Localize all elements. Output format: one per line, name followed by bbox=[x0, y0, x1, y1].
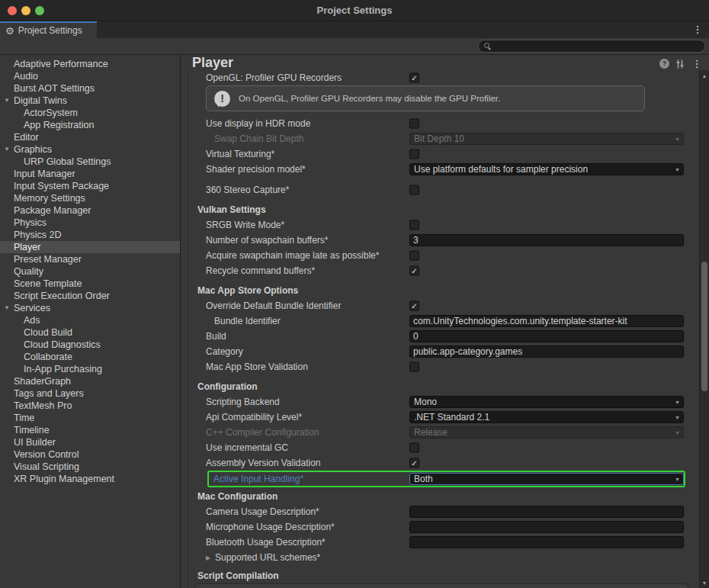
sidebar-item-player[interactable]: Player bbox=[0, 241, 180, 253]
sidebar-item-ui-builder[interactable]: UI Builder bbox=[0, 436, 180, 448]
sidebar-item-preset-manager[interactable]: Preset Manager bbox=[0, 253, 180, 265]
text-field[interactable] bbox=[409, 506, 684, 518]
kebab-menu-icon[interactable]: ⋮ bbox=[691, 22, 704, 37]
chevron-down-icon: ▼ bbox=[675, 397, 680, 407]
presets-icon[interactable] bbox=[675, 59, 685, 69]
scroll-down-arrow-icon[interactable]: ▼ bbox=[700, 580, 709, 586]
setting-row-shader-precision-model: Shader precision model*Use platform defa… bbox=[181, 162, 699, 177]
sidebar-item-tags-and-layers[interactable]: Tags and Layers bbox=[0, 387, 180, 400]
setting-label: Camera Usage Description* bbox=[206, 506, 319, 517]
project-settings-window: Project Settings ⚙ Project Settings ⋮ Ad… bbox=[0, 0, 709, 588]
dropdown[interactable]: Both▼ bbox=[409, 473, 684, 485]
sidebar-item-memory-settings[interactable]: Memory Settings bbox=[0, 192, 180, 204]
dropdown: Release▼ bbox=[409, 426, 684, 439]
checkbox-checked[interactable]: ✓ bbox=[409, 458, 419, 468]
sidebar-item-digital-twins[interactable]: ▼Digital Twins bbox=[0, 95, 180, 107]
sidebar-item-app-registration[interactable]: App Registration bbox=[0, 119, 180, 131]
scrollbar-thumb[interactable] bbox=[701, 262, 707, 391]
setting-row-active-input-handling: Active Input Handling*Both▼ bbox=[181, 471, 699, 487]
sidebar-item-textmesh-pro[interactable]: TextMesh Pro bbox=[0, 400, 180, 412]
setting-label: Override Default Bundle Identifier bbox=[206, 300, 341, 311]
chevron-right-icon[interactable]: ▶ bbox=[206, 554, 210, 561]
sidebar-item-label: Preset Manager bbox=[0, 253, 180, 265]
section-header-label: Script Compilation bbox=[197, 570, 279, 581]
checkbox-unchecked[interactable] bbox=[409, 251, 419, 261]
checkbox-unchecked[interactable] bbox=[409, 119, 419, 129]
setting-label: Recycle command buffers* bbox=[206, 265, 315, 276]
dropdown[interactable]: Use platform defaults for sampler precis… bbox=[409, 163, 684, 175]
dropdown[interactable]: Mono▼ bbox=[409, 396, 684, 408]
sidebar-item-adaptive-performance[interactable]: Adaptive Performance bbox=[0, 58, 180, 70]
dropdown-value: Use platform defaults for sampler precis… bbox=[414, 164, 588, 175]
sidebar-item-editor[interactable]: Editor bbox=[0, 131, 180, 143]
text-field[interactable]: public.app-category.games bbox=[409, 345, 684, 358]
setting-label: Use incremental GC bbox=[206, 442, 288, 453]
sidebar-item-ads[interactable]: Ads bbox=[0, 314, 180, 326]
kebab-menu-icon[interactable]: ⋮ bbox=[691, 59, 702, 69]
search-field[interactable] bbox=[478, 40, 705, 53]
checkbox-unchecked[interactable] bbox=[409, 149, 419, 159]
setting-row-use-display-in-hdr-mode: Use display in HDR mode bbox=[181, 116, 699, 131]
warning-bubble-icon: ! bbox=[214, 91, 230, 107]
sidebar-item-timeline[interactable]: Timeline bbox=[0, 424, 180, 436]
setting-label: Bundle Identifier bbox=[214, 316, 281, 326]
setting-row-supported-url-schemes: ▶Supported URL schemes* bbox=[181, 550, 699, 565]
sidebar-item-cloud-diagnostics[interactable]: Cloud Diagnostics bbox=[0, 339, 180, 351]
text-field[interactable]: 3 bbox=[409, 234, 684, 246]
dropdown[interactable]: .NET Standard 2.1▼ bbox=[409, 411, 684, 423]
setting-row-build: Build0 bbox=[181, 329, 699, 344]
sidebar-item-label: ShaderGraph bbox=[0, 375, 180, 387]
sidebar-item-shadergraph[interactable]: ShaderGraph bbox=[0, 375, 180, 387]
vertical-scrollbar[interactable]: ▲ ▼ bbox=[699, 70, 709, 588]
sidebar-item-actorsystem[interactable]: ActorSystem bbox=[0, 107, 180, 119]
sidebar-item-label: Collaborate bbox=[0, 351, 180, 363]
help-icon[interactable]: ? bbox=[659, 59, 669, 69]
sidebar-item-services[interactable]: ▼Services bbox=[0, 302, 180, 314]
window-title: Project Settings bbox=[0, 0, 709, 21]
text-field[interactable]: com.UnityTechnologies.com.unity.template… bbox=[409, 315, 684, 327]
checkbox-checked[interactable]: ✓ bbox=[409, 73, 419, 83]
sidebar-item-graphics[interactable]: ▼Graphics bbox=[0, 143, 180, 156]
text-field[interactable]: 0 bbox=[409, 330, 684, 342]
scroll-up-arrow-icon[interactable]: ▲ bbox=[700, 73, 709, 79]
checkbox-unchecked[interactable] bbox=[409, 185, 419, 195]
sidebar-item-visual-scripting[interactable]: Visual Scripting bbox=[0, 461, 180, 473]
sidebar-item-script-execution-order[interactable]: Script Execution Order bbox=[0, 290, 180, 302]
sidebar-item-in-app-purchasing[interactable]: In-App Purchasing bbox=[0, 363, 180, 375]
checkbox-unchecked[interactable] bbox=[409, 362, 419, 372]
setting-row-assembly-version-validation: Assembly Version Validation✓ bbox=[181, 455, 699, 471]
chevron-down-icon[interactable]: ▼ bbox=[2, 143, 11, 156]
sidebar-item-collaborate[interactable]: Collaborate bbox=[0, 351, 180, 363]
text-field[interactable] bbox=[409, 521, 684, 533]
sidebar-item-audio[interactable]: Audio bbox=[0, 70, 180, 82]
sidebar-item-version-control[interactable]: Version Control bbox=[0, 448, 180, 461]
setting-label: Number of swapchain buffers* bbox=[206, 235, 329, 246]
sidebar-item-burst-aot-settings[interactable]: Burst AOT Settings bbox=[0, 82, 180, 95]
sidebar-item-physics-2d[interactable]: Physics 2D bbox=[0, 229, 180, 241]
tab-project-settings[interactable]: ⚙ Project Settings bbox=[0, 21, 97, 38]
sidebar-item-xr-plugin-management[interactable]: XR Plugin Management bbox=[0, 473, 180, 485]
sidebar-item-physics[interactable]: Physics bbox=[0, 217, 180, 229]
checkbox-unchecked[interactable] bbox=[409, 220, 419, 230]
checkbox-checked[interactable]: ✓ bbox=[409, 301, 419, 311]
dropdown-value: Both bbox=[414, 474, 433, 484]
sidebar-item-time[interactable]: Time bbox=[0, 412, 180, 424]
sidebar-item-label: Package Manager bbox=[0, 204, 180, 217]
sidebar-item-scene-template[interactable]: Scene Template bbox=[0, 278, 180, 290]
chevron-down-icon: ▼ bbox=[675, 165, 680, 175]
search-input[interactable] bbox=[492, 40, 704, 52]
search-icon bbox=[483, 42, 492, 50]
setting-row-mac-app-store-validation: Mac App Store Validation bbox=[181, 359, 699, 374]
chevron-down-icon[interactable]: ▼ bbox=[2, 302, 11, 314]
sidebar-item-input-manager[interactable]: Input Manager bbox=[0, 168, 180, 180]
sidebar-item-urp-global-settings[interactable]: URP Global Settings bbox=[0, 156, 180, 168]
sidebar-item-cloud-build[interactable]: Cloud Build bbox=[0, 326, 180, 339]
sidebar-item-input-system-package[interactable]: Input System Package bbox=[0, 180, 180, 192]
chevron-down-icon[interactable]: ▼ bbox=[2, 95, 11, 107]
checkbox-checked[interactable]: ✓ bbox=[409, 266, 419, 276]
sidebar-item-quality[interactable]: Quality bbox=[0, 265, 180, 278]
sidebar-item-package-manager[interactable]: Package Manager bbox=[0, 204, 180, 217]
checkbox-unchecked[interactable] bbox=[409, 443, 419, 453]
sidebar-item-label: Adaptive Performance bbox=[0, 58, 180, 70]
text-field[interactable] bbox=[409, 536, 684, 548]
